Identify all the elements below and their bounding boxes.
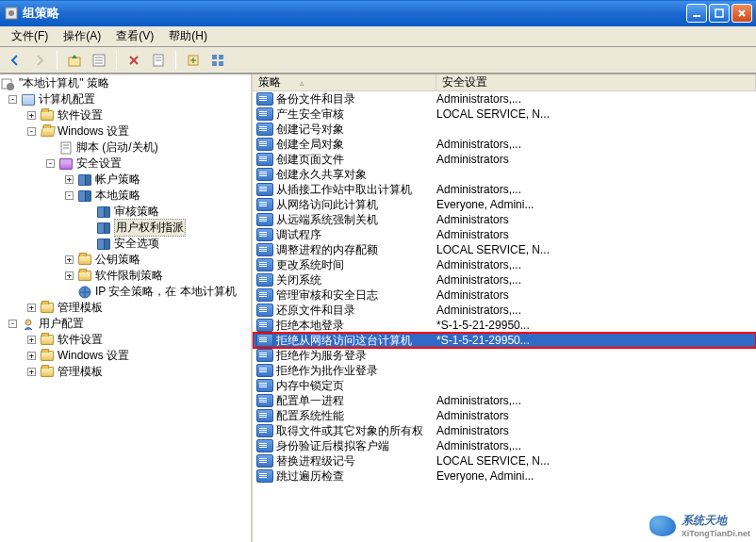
security-setting: Administrators,... bbox=[436, 394, 521, 407]
policy-name: 配置单一进程 bbox=[276, 393, 436, 409]
policy-item-icon bbox=[256, 288, 273, 302]
policy-name: 创建永久共享对象 bbox=[276, 167, 436, 183]
list-row[interactable]: 拒绝从网络访问这台计算机*S-1-5-21-29950... bbox=[253, 333, 756, 348]
policy-name: 拒绝从网络访问这台计算机 bbox=[276, 333, 436, 349]
refresh-button[interactable] bbox=[206, 49, 229, 72]
list-row[interactable]: 从插接工作站中取出计算机Administrators,... bbox=[253, 182, 756, 197]
folder-icon bbox=[77, 270, 92, 283]
list-row[interactable]: 创建记号对象 bbox=[253, 122, 756, 137]
collapse-icon[interactable]: - bbox=[65, 191, 74, 200]
list-row[interactable]: 配置系统性能Administrators bbox=[253, 408, 756, 423]
tree-pane[interactable]: "本地计算机" 策略 - 计算机配置 +软件设置 -Windows 设置 bbox=[0, 74, 253, 542]
close-button[interactable] bbox=[731, 4, 752, 23]
policy-name: 从网络访问此计算机 bbox=[276, 197, 436, 213]
tree-security-settings[interactable]: -安全设置 bbox=[46, 156, 250, 172]
up-button[interactable] bbox=[63, 49, 86, 72]
tree-user-rights[interactable]: 用户权利指派 bbox=[84, 220, 250, 236]
list-row[interactable]: 创建永久共享对象 bbox=[253, 167, 756, 182]
list-row[interactable]: 调整进程的内存配额LOCAL SERVICE, N... bbox=[253, 242, 756, 257]
collapse-icon[interactable]: - bbox=[27, 127, 36, 136]
list-row[interactable]: 管理审核和安全日志Administrators bbox=[253, 287, 756, 303]
policy-item-icon bbox=[256, 394, 273, 407]
content-area: "本地计算机" 策略 - 计算机配置 +软件设置 -Windows 设置 bbox=[0, 74, 756, 542]
tree-software-settings[interactable]: +软件设置 bbox=[27, 107, 250, 123]
expand-icon[interactable]: + bbox=[65, 255, 74, 264]
expand-icon[interactable]: + bbox=[27, 111, 36, 120]
list-row[interactable]: 配置单一进程Administrators,... bbox=[253, 393, 756, 408]
tree-user-software[interactable]: +软件设置 bbox=[27, 332, 250, 348]
list-row[interactable]: 内存中锁定页 bbox=[253, 378, 756, 393]
tree-root[interactable]: "本地计算机" 策略 bbox=[1, 75, 250, 91]
maximize-button[interactable] bbox=[709, 4, 730, 23]
security-setting: Administrators bbox=[436, 228, 509, 241]
list-row[interactable]: 更改系统时间Administrators,... bbox=[253, 257, 756, 272]
policy-item-icon bbox=[256, 107, 273, 121]
list-row[interactable]: 拒绝本地登录*S-1-5-21-29950... bbox=[253, 318, 756, 333]
tree-user-config[interactable]: -用户配置 bbox=[8, 316, 250, 332]
expand-icon[interactable]: + bbox=[27, 368, 36, 376]
expand-icon[interactable]: + bbox=[27, 336, 36, 344]
security-setting: LOCAL SERVICE, N... bbox=[436, 243, 550, 256]
expand-icon[interactable]: + bbox=[27, 304, 36, 312]
tree-windows-settings[interactable]: -Windows 设置 bbox=[27, 123, 250, 140]
security-setting: Administrators bbox=[436, 424, 509, 437]
tree-public-key[interactable]: +公钥策略 bbox=[65, 252, 250, 268]
list-row[interactable]: 拒绝作为服务登录 bbox=[253, 348, 756, 363]
tree-account-policy[interactable]: +帐户策略 bbox=[65, 172, 250, 188]
collapse-icon[interactable]: - bbox=[8, 95, 17, 104]
expand-icon[interactable]: + bbox=[65, 175, 74, 184]
list-row[interactable]: 创建页面文件Administrators bbox=[253, 152, 756, 167]
list-row[interactable]: 产生安全审核LOCAL SERVICE, N... bbox=[253, 107, 756, 122]
tree-security-options[interactable]: 安全选项 bbox=[84, 236, 250, 252]
list-row[interactable]: 创建全局对象Administrators,... bbox=[253, 137, 756, 152]
policy-item-icon bbox=[256, 258, 273, 271]
tree-local-policy[interactable]: -本地策略 bbox=[65, 188, 250, 204]
security-setting: LOCAL SERVICE, N... bbox=[436, 107, 550, 121]
titlebar: 组策略 bbox=[0, 0, 756, 26]
list-row[interactable]: 从远端系统强制关机Administrators bbox=[253, 212, 756, 227]
policy-item-icon bbox=[256, 168, 273, 181]
menu-file[interactable]: 文件(F) bbox=[4, 26, 56, 46]
column-policy[interactable]: 策略▵ bbox=[253, 74, 436, 90]
menu-help[interactable]: 帮助(H) bbox=[161, 26, 215, 46]
list-row[interactable]: 身份验证后模拟客户端Administrators,... bbox=[253, 438, 756, 453]
policy-name: 更改系统时间 bbox=[276, 257, 436, 273]
tree-computer-config[interactable]: - 计算机配置 bbox=[8, 91, 250, 107]
list-row[interactable]: 取得文件或其它对象的所有权Administrators bbox=[253, 423, 756, 438]
delete-button[interactable] bbox=[123, 49, 145, 72]
back-button[interactable] bbox=[4, 49, 26, 72]
menu-action[interactable]: 操作(A) bbox=[56, 26, 108, 46]
list-row[interactable]: 调试程序Administrators bbox=[253, 227, 756, 242]
menu-view[interactable]: 查看(V) bbox=[108, 26, 161, 46]
tree-audit-policy[interactable]: 审核策略 bbox=[84, 204, 250, 220]
policy-name: 调试程序 bbox=[276, 227, 436, 243]
book-icon bbox=[96, 238, 111, 251]
list-row[interactable]: 跳过遍历检查Everyone, Admini... bbox=[253, 468, 756, 484]
tree-admin-templates[interactable]: +管理模板 bbox=[27, 300, 250, 316]
expand-icon[interactable]: + bbox=[65, 271, 74, 280]
tree-user-windows[interactable]: +Windows 设置 bbox=[27, 348, 250, 364]
properties-button[interactable] bbox=[147, 49, 170, 72]
list-row[interactable]: 关闭系统Administrators,... bbox=[253, 272, 756, 287]
list-row[interactable]: 从网络访问此计算机Everyone, Admini... bbox=[253, 197, 756, 212]
column-security[interactable]: 安全设置 bbox=[436, 74, 756, 90]
list-row[interactable]: 替换进程级记号LOCAL SERVICE, N... bbox=[253, 453, 756, 468]
export-button[interactable] bbox=[182, 49, 205, 72]
tree-view-button[interactable] bbox=[88, 49, 110, 72]
tree-software-restrict[interactable]: +软件限制策略 bbox=[65, 268, 250, 284]
tree-user-admin-templates[interactable]: +管理模板 bbox=[27, 364, 250, 380]
tree-scripts[interactable]: 脚本 (启动/关机) bbox=[46, 140, 250, 156]
policy-item-icon bbox=[256, 183, 273, 196]
list-row[interactable]: 拒绝作为批作业登录 bbox=[253, 363, 756, 378]
list-row[interactable]: 备份文件和目录Administrators,... bbox=[253, 91, 756, 107]
tree-ip-security[interactable]: IP 安全策略，在 本地计算机 bbox=[65, 284, 250, 300]
security-setting: Administrators,... bbox=[436, 439, 521, 452]
minimize-button[interactable] bbox=[686, 4, 707, 23]
list-row[interactable]: 还原文件和目录Administrators,... bbox=[253, 303, 756, 318]
forward-button[interactable] bbox=[28, 49, 51, 72]
policy-name: 拒绝作为批作业登录 bbox=[276, 363, 436, 379]
collapse-icon[interactable]: - bbox=[8, 320, 17, 328]
expand-icon[interactable]: + bbox=[27, 352, 36, 360]
list-body[interactable]: 备份文件和目录Administrators,...产生安全审核LOCAL SER… bbox=[253, 91, 756, 542]
collapse-icon[interactable]: - bbox=[46, 159, 55, 168]
